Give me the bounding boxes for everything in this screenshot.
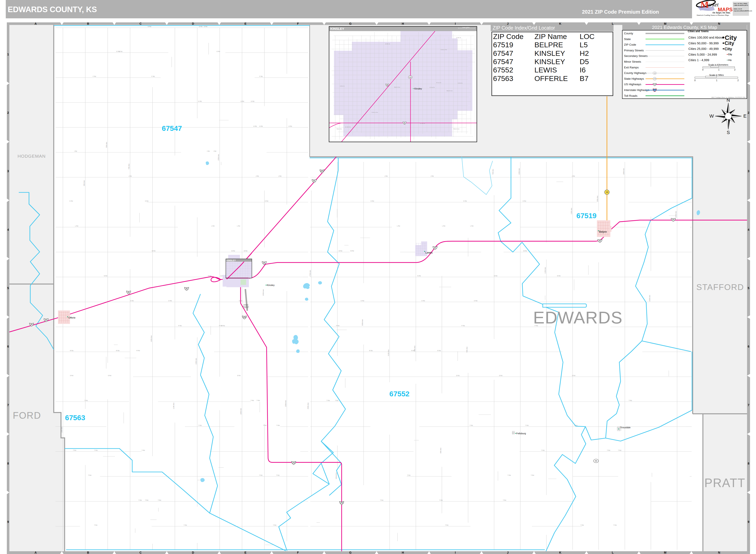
svg-text:67563: 67563 bbox=[493, 74, 513, 82]
svg-text:T Rd: T Rd bbox=[158, 499, 161, 501]
svg-text:270th Ave: 270th Ave bbox=[309, 270, 311, 277]
svg-text:0: 0 bbox=[694, 79, 696, 81]
svg-text:E Rd: E Rd bbox=[217, 51, 220, 52]
svg-text:C: C bbox=[140, 22, 142, 25]
svg-text:T Rd: T Rd bbox=[145, 499, 148, 501]
svg-text:53: 53 bbox=[595, 460, 597, 462]
svg-text:B: B bbox=[87, 551, 89, 554]
svg-text:D: D bbox=[192, 551, 194, 554]
svg-text:T Rd: T Rd bbox=[508, 475, 511, 476]
svg-text:T Rd: T Rd bbox=[73, 450, 76, 451]
svg-text:7: 7 bbox=[7, 403, 9, 407]
svg-text:150th Ave: 150th Ave bbox=[597, 196, 598, 202]
svg-text:F Rd: F Rd bbox=[151, 76, 155, 77]
svg-text:J Rd: J Rd bbox=[278, 175, 282, 177]
svg-text:M Rd: M Rd bbox=[523, 250, 527, 252]
svg-text:67547: 67547 bbox=[493, 49, 513, 57]
svg-text:L5: L5 bbox=[579, 41, 588, 49]
svg-text:H: H bbox=[402, 22, 404, 25]
svg-text:4: 4 bbox=[748, 228, 749, 231]
svg-text:Marsh Ave: Marsh Ave bbox=[447, 90, 453, 92]
svg-text:I Rd: I Rd bbox=[213, 151, 216, 152]
svg-text:KINSLEY: KINSLEY bbox=[330, 27, 344, 31]
svg-text:T Rd: T Rd bbox=[541, 450, 545, 451]
svg-text:T Rd: T Rd bbox=[326, 400, 330, 401]
svg-text:310th Ave: 310th Ave bbox=[388, 349, 389, 356]
svg-text:130th Ave: 130th Ave bbox=[195, 358, 197, 365]
svg-text:67519: 67519 bbox=[493, 41, 513, 49]
svg-text:2: 2 bbox=[7, 111, 9, 114]
svg-text:E 4th St: E 4th St bbox=[458, 82, 462, 84]
svg-text:O Rd: O Rd bbox=[130, 300, 134, 301]
svg-text:D5: D5 bbox=[579, 58, 589, 66]
svg-text:300th Ave: 300th Ave bbox=[362, 319, 363, 326]
svg-text:I: I bbox=[455, 551, 456, 554]
svg-text:T Rd: T Rd bbox=[613, 524, 616, 526]
svg-text:183: 183 bbox=[243, 316, 246, 318]
svg-text:3: 3 bbox=[7, 169, 9, 173]
svg-text:mapsales@MarketMAPS.com: mapsales@MarketMAPS.com bbox=[734, 10, 752, 11]
svg-text:180th Ave: 180th Ave bbox=[240, 408, 242, 414]
svg-text:Belpre: Belpre bbox=[599, 230, 607, 233]
svg-text:113th Ave: 113th Ave bbox=[173, 402, 174, 409]
svg-text:6: 6 bbox=[748, 345, 749, 348]
svg-text:D Rd: D Rd bbox=[204, 26, 207, 27]
svg-text:T Rd: T Rd bbox=[531, 475, 534, 476]
svg-text:County Highways: County Highways bbox=[624, 71, 646, 74]
svg-text:F Rd: F Rd bbox=[259, 76, 262, 77]
svg-text:arket: arket bbox=[708, 2, 719, 7]
svg-text:F Rd: F Rd bbox=[93, 76, 96, 77]
svg-text:H: H bbox=[402, 551, 404, 554]
svg-text:183: 183 bbox=[320, 170, 324, 172]
svg-text:19: 19 bbox=[606, 191, 608, 193]
svg-text:T Rd: T Rd bbox=[88, 475, 91, 476]
svg-text:K Rd: K Rd bbox=[69, 200, 73, 202]
svg-text:2: 2 bbox=[734, 69, 736, 71]
svg-text:E 10th St: E 10th St bbox=[345, 126, 351, 128]
svg-text:183: 183 bbox=[292, 462, 295, 464]
svg-text:67552: 67552 bbox=[493, 66, 513, 74]
svg-text:O Rd: O Rd bbox=[474, 300, 477, 301]
svg-text:J Rd: J Rd bbox=[385, 175, 388, 177]
svg-text:250th Ave: 250th Ave bbox=[307, 402, 309, 409]
svg-text:D Rd: D Rd bbox=[199, 26, 202, 27]
svg-text:T Rd: T Rd bbox=[142, 450, 145, 451]
svg-text:MUNICIPAL: MUNICIPAL bbox=[243, 306, 249, 307]
svg-text:56: 56 bbox=[45, 319, 47, 321]
svg-text:E 8th St: E 8th St bbox=[340, 86, 345, 87]
svg-text:9: 9 bbox=[748, 520, 749, 523]
svg-text:T Rd: T Rd bbox=[445, 524, 448, 526]
svg-text:Lewis: Lewis bbox=[425, 251, 433, 254]
svg-text:L: L bbox=[612, 22, 614, 25]
svg-text:1: 1 bbox=[718, 69, 719, 71]
svg-text:1: 1 bbox=[716, 79, 717, 81]
svg-text:1-888-434-MAPS (6277): 1-888-434-MAPS (6277) bbox=[734, 4, 748, 6]
svg-text:123: 123 bbox=[654, 90, 656, 91]
svg-text:T Rd: T Rd bbox=[263, 425, 266, 426]
svg-text:T Rd: T Rd bbox=[503, 499, 506, 501]
svg-text:Marsh Ave: Marsh Ave bbox=[453, 128, 460, 129]
svg-text:20th Ave: 20th Ave bbox=[414, 346, 415, 351]
svg-text:H2: H2 bbox=[579, 49, 589, 57]
svg-text:F: F bbox=[297, 22, 299, 25]
svg-text:K: K bbox=[559, 22, 561, 25]
svg-text:KINSLEY: KINSLEY bbox=[226, 259, 236, 262]
svg-text:200th Ave: 200th Ave bbox=[649, 295, 650, 301]
svg-text:EDWARDS COUNTY, KS: EDWARDS COUNTY, KS bbox=[8, 5, 97, 14]
svg-text:N: N bbox=[718, 551, 720, 554]
svg-text:P Rd: P Rd bbox=[178, 325, 182, 326]
svg-text:113th Ave: 113th Ave bbox=[545, 267, 546, 274]
svg-text:N: N bbox=[718, 22, 720, 25]
svg-text:70th Ave: 70th Ave bbox=[492, 169, 494, 175]
svg-text:KINSLEY: KINSLEY bbox=[535, 58, 565, 66]
svg-text:N Rd: N Rd bbox=[208, 275, 211, 277]
svg-text:KINSLEY: KINSLEY bbox=[244, 304, 249, 306]
svg-text:Scale in Kilometers: Scale in Kilometers bbox=[708, 63, 728, 66]
svg-text:200th Ave: 200th Ave bbox=[262, 289, 264, 296]
svg-text:I: I bbox=[455, 22, 456, 25]
svg-text:Offerle: Offerle bbox=[68, 317, 75, 319]
svg-text:Kinsley: Kinsley bbox=[267, 284, 275, 286]
svg-text:Kinsley: Kinsley bbox=[414, 88, 422, 90]
svg-text:On Target. On Time.: On Target. On Time. bbox=[712, 11, 730, 14]
svg-text:N Rd: N Rd bbox=[104, 275, 107, 277]
